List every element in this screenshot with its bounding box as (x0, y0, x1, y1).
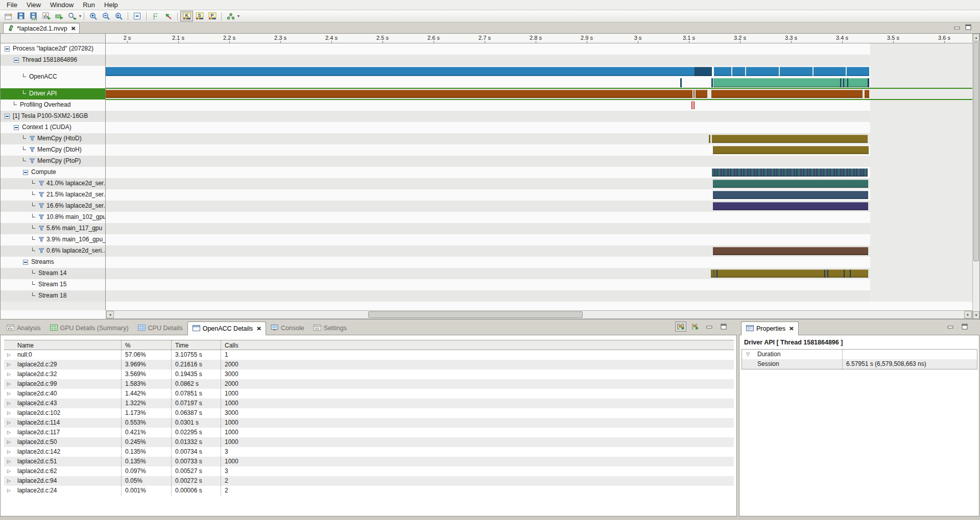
collapse-minus-icon[interactable] (14, 125, 19, 130)
table-row-laplace2d-c-99[interactable]: ▷laplace2d.c:991.583%0.0862 s2000 (4, 379, 734, 389)
tab-settings[interactable]: Settings (309, 321, 351, 335)
lane-row-stream-15[interactable] (106, 279, 972, 290)
tree-row-profiling-overhead[interactable]: Profiling Overhead (1, 100, 106, 111)
vertical-scrollbar[interactable]: ▴ ▾ (972, 34, 979, 319)
timeline-bar-openacc[interactable] (847, 78, 848, 87)
tab-cpu-details[interactable]: CPU Details (133, 321, 187, 335)
column-header-name[interactable]: Name (17, 342, 34, 349)
show-expanded-segments-icon[interactable] (675, 321, 686, 332)
expand-triangle-icon[interactable]: ▷ (7, 352, 11, 357)
table-row-laplace2d-c-94[interactable]: ▷laplace2d.c:940.05%0.00272 s2 (4, 476, 734, 486)
minimize-panel-icon[interactable] (704, 321, 715, 332)
filter-funnel-icon[interactable] (38, 192, 44, 199)
process-timeline-view-button[interactable]: P (206, 11, 219, 21)
kernel-timeline-view-button[interactable]: K (180, 11, 193, 21)
table-row-laplace2d-c-62[interactable]: ▷laplace2d.c:620.097%0.00527 s3 (4, 466, 734, 476)
minimize-view-icon[interactable] (954, 24, 961, 32)
tree-row-openacc[interactable]: OpenACC (1, 66, 106, 88)
menu-window[interactable]: Window (45, 0, 78, 10)
timeline-bar-kernel-16[interactable] (713, 202, 868, 210)
collapse-all-button[interactable] (131, 11, 144, 21)
table-row-laplace2d-c-29[interactable]: ▷laplace2d.c:293.969%0.21616 s2000 (4, 360, 734, 369)
timeline-bar-openacc[interactable] (106, 67, 695, 76)
expand-triangle-icon[interactable]: ▷ (7, 459, 11, 464)
tree-row-kernel-41[interactable]: 41.0% laplace2d_ser... (1, 178, 106, 189)
filter-funnel-icon[interactable] (38, 237, 44, 244)
table-row-laplace2d-c-102[interactable]: ▷laplace2d.c:1021.173%0.06387 s3000 (4, 408, 734, 418)
lane-row-memcpy-ptop[interactable] (106, 156, 972, 167)
editor-tab-close-icon[interactable]: ❌︎ (70, 26, 76, 32)
tree-row-kernel-21[interactable]: 21.5% laplace2d_ser... (1, 189, 106, 201)
show-collapsed-segments-icon[interactable] (689, 321, 701, 332)
timeline-bar-driver-api[interactable] (696, 90, 707, 98)
timeline-bar-openacc[interactable] (868, 78, 869, 87)
tab-openacc-details[interactable]: OpenACC Details❌︎ (187, 321, 266, 335)
tree-row-gpu-device[interactable]: [1] Tesla P100-SXM2-16GB (1, 111, 106, 122)
collapse-minus-icon[interactable] (14, 58, 19, 63)
expand-triangle-icon[interactable]: ▷ (7, 410, 11, 415)
zoom-in-button[interactable] (87, 11, 100, 21)
timeline-bar-openacc[interactable] (840, 78, 841, 87)
table-row-laplace2d-c-117[interactable]: ▷laplace2d.c:1170.421%0.02295 s1000 (4, 428, 734, 437)
timeline-bar-stream-14[interactable] (713, 269, 714, 278)
table-row-laplace2d-c-40[interactable]: ▷laplace2d.c:401.442%0.07851 s1000 (4, 389, 734, 399)
timeline-bar-memcpy-htod[interactable] (712, 135, 868, 143)
timeline-bar-stream-14[interactable] (827, 269, 828, 278)
horizontal-scrollbar[interactable]: ◂ ▸ (106, 310, 972, 319)
tree-row-memcpy-htod[interactable]: MemCpy (HtoD) (1, 133, 106, 144)
expand-triangle-icon[interactable]: ▷ (7, 430, 11, 435)
timeline-ruler[interactable]: 2 s2.1 s2.2 s2.3 s2.4 s2.5 s2.6 s2.7 s2.… (106, 34, 972, 43)
table-row-laplace2d-c-142[interactable]: ▷laplace2d.c:1420.135%0.00734 s3 (4, 447, 734, 457)
timeline-canvas[interactable] (106, 43, 972, 302)
expand-triangle-icon[interactable]: ▷ (7, 362, 11, 367)
table-row-laplace2d-c-50[interactable]: ▷laplace2d.c:500.245%0.01332 s1000 (4, 437, 734, 447)
ruler-marker-button[interactable] (149, 11, 162, 21)
expand-triangle-icon[interactable]: ▷ (7, 478, 11, 483)
profile-application-button[interactable] (40, 11, 53, 21)
timeline-bar-kernel-41[interactable] (713, 180, 868, 188)
lane-row-gpu-device[interactable] (106, 111, 972, 122)
lane-row-kernel-3[interactable] (106, 234, 972, 245)
tree-row-stream-14[interactable]: Stream 14 (1, 268, 106, 279)
filter-funnel-icon[interactable] (29, 158, 35, 165)
timeline-bar-memcpy-dtoh[interactable] (713, 146, 869, 154)
timeline-bar-kernel-21[interactable] (713, 191, 868, 199)
timeline-bar-kernel-06[interactable] (713, 247, 868, 255)
filter-funnel-icon[interactable] (38, 248, 44, 255)
timeline-bar-openacc[interactable] (713, 78, 869, 87)
table-row-laplace2d-c-32[interactable]: ▷laplace2d.c:323.569%0.19435 s3000 (4, 369, 734, 379)
editor-tab[interactable]: *laplace2d.1.nvvp ❌︎ (3, 23, 80, 33)
properties-close-icon[interactable]: ❌︎ (788, 326, 794, 332)
maximize-properties-icon[interactable] (959, 321, 970, 332)
stream-timeline-view-button[interactable]: S (193, 11, 206, 21)
column-header-calls[interactable]: Calls (225, 342, 238, 349)
tree-row-kernel-5[interactable]: 5.6% main_117_gpu (1, 223, 106, 234)
expand-triangle-icon[interactable]: ▷ (7, 449, 11, 454)
timeline-bar-compute[interactable] (712, 168, 868, 177)
timeline-bar-driver-api[interactable] (694, 90, 695, 98)
tab-analysis[interactable]: Analysis (2, 321, 45, 335)
zoom-out-button[interactable] (100, 11, 112, 21)
timeline-bar-openacc[interactable] (711, 78, 713, 87)
table-row-null-0[interactable]: ▷null:057.06%3.10755 s1 (4, 350, 734, 360)
tree-row-process[interactable]: Process "laplace2d" (207282) (1, 43, 106, 55)
scroll-down-icon[interactable]: ▾ (973, 311, 979, 319)
tab-console[interactable]: Console (266, 321, 309, 335)
menu-help[interactable]: Help (100, 0, 123, 10)
property-row-session[interactable]: Session 6.57951 s (6,579,508,663 ns) (742, 359, 977, 369)
call-tree-dropdown-icon[interactable]: ▾ (237, 14, 240, 18)
table-row-laplace2d-c-24[interactable]: ▷laplace2d.c:240.001%0.00006 s2 (4, 486, 734, 496)
minimize-properties-icon[interactable] (945, 321, 956, 332)
timeline-bar-profiling-overhead[interactable] (691, 101, 692, 109)
scroll-up-icon[interactable]: ▴ (973, 34, 979, 41)
timeline-bar-profiling-overhead[interactable] (694, 101, 695, 109)
timeline-bar-openacc[interactable] (680, 78, 682, 87)
lane-row-profiling-overhead[interactable] (106, 100, 972, 111)
timeline-bar-stream-14[interactable] (844, 269, 845, 278)
collapse-triangle-icon[interactable]: ▽ (746, 352, 750, 357)
timeline-bar-driver-api[interactable] (106, 90, 692, 98)
expand-triangle-icon[interactable]: ▷ (7, 439, 11, 444)
expand-triangle-icon[interactable]: ▷ (7, 488, 11, 493)
timeline-bar-openacc[interactable] (843, 78, 844, 87)
menu-run[interactable]: Run (78, 0, 100, 10)
